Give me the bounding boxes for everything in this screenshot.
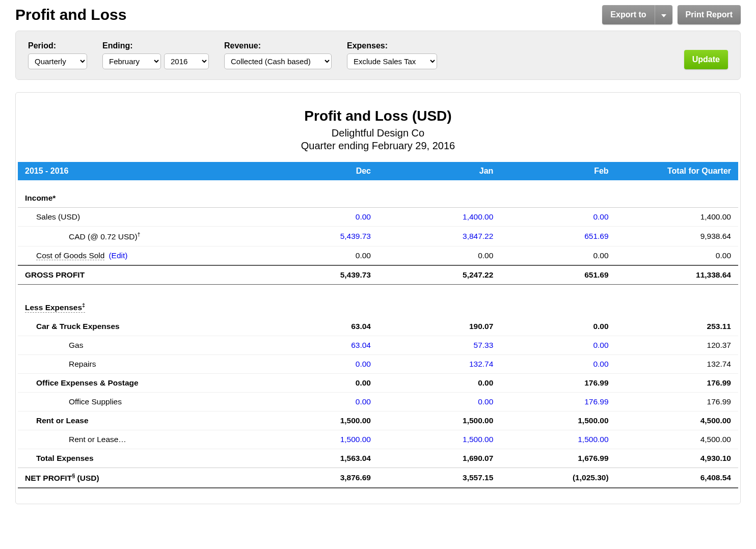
row-gas: Gas 63.04 57.33 0.00 120.37 bbox=[18, 336, 738, 355]
ending-month-select[interactable]: February bbox=[102, 53, 161, 69]
sales-usd-jan[interactable]: 1,400.00 bbox=[378, 208, 500, 227]
cogs-dec: 0.00 bbox=[263, 246, 378, 266]
gross-profit-total: 11,338.64 bbox=[616, 265, 738, 285]
ending-year-select[interactable]: 2016 bbox=[164, 53, 209, 69]
sales-usd-total: 1,400.00 bbox=[616, 208, 738, 227]
row-cogs: Cost of Goods Sold(Edit) 0.00 0.00 0.00 … bbox=[18, 246, 738, 266]
sales-cad-jan[interactable]: 3,847.22 bbox=[378, 227, 500, 246]
chevron-down-icon bbox=[661, 14, 666, 17]
row-sales-cad: CAD (@ 0.72 USD)† 5,439.73 3,847.22 651.… bbox=[18, 227, 738, 246]
col-m2: Jan bbox=[378, 162, 500, 180]
sales-usd-label: Sales (USD) bbox=[18, 208, 263, 227]
print-report-button[interactable]: Print Report bbox=[678, 5, 741, 24]
row-rent-sub: Rent or Lease… 1,500.00 1,500.00 1,500.0… bbox=[18, 430, 738, 449]
ending-label: Ending: bbox=[102, 41, 209, 50]
report-panel: Profit and Loss (USD) Delightful Design … bbox=[15, 92, 741, 504]
less-expenses-header: Less Expenses‡ bbox=[18, 285, 738, 318]
sales-cad-label: CAD (@ 0.72 USD)† bbox=[18, 227, 263, 246]
sales-cad-dec[interactable]: 5,439.73 bbox=[263, 227, 378, 246]
sales-usd-feb[interactable]: 0.00 bbox=[500, 208, 615, 227]
sales-usd-dec[interactable]: 0.00 bbox=[263, 208, 378, 227]
update-button[interactable]: Update bbox=[684, 50, 728, 69]
office-supplies-label: Office Supplies bbox=[18, 393, 263, 411]
sales-cad-feb[interactable]: 651.69 bbox=[500, 227, 615, 246]
row-net-profit: NET PROFIT§ (USD) 3,876.69 3,557.15 (1,0… bbox=[18, 468, 738, 488]
row-total-expenses: Total Expenses 1,563.04 1,690.07 1,676.9… bbox=[18, 449, 738, 468]
sales-cad-total: 9,938.64 bbox=[616, 227, 738, 246]
export-button[interactable]: Export to bbox=[602, 5, 672, 24]
row-repairs: Repairs 0.00 132.74 0.00 132.74 bbox=[18, 355, 738, 374]
export-dropdown-toggle[interactable] bbox=[655, 5, 672, 24]
col-m1: Dec bbox=[263, 162, 378, 180]
period-description: Quarter ending February 29, 2016 bbox=[16, 140, 740, 152]
total-expenses-label: Total Expenses bbox=[18, 449, 263, 468]
cogs-feb: 0.00 bbox=[500, 246, 615, 266]
car-truck-label: Car & Truck Expenses bbox=[18, 317, 263, 336]
cogs-jan: 0.00 bbox=[378, 246, 500, 266]
company-name: Delightful Design Co bbox=[16, 127, 740, 139]
revenue-select[interactable]: Collected (Cash based) bbox=[224, 53, 332, 69]
col-range: 2015 - 2016 bbox=[18, 162, 263, 180]
gross-profit-feb: 651.69 bbox=[500, 265, 615, 285]
filters-bar: Period: Quarterly Ending: February 2016 … bbox=[15, 31, 741, 80]
net-profit-label: NET PROFIT§ (USD) bbox=[18, 468, 263, 488]
cogs-total: 0.00 bbox=[616, 246, 738, 266]
rent-label: Rent or Lease bbox=[18, 411, 263, 430]
report-title: Profit and Loss (USD) bbox=[16, 108, 740, 124]
cogs-edit-link[interactable]: (Edit) bbox=[109, 251, 127, 260]
income-header: Income* bbox=[18, 180, 738, 208]
repairs-label: Repairs bbox=[18, 355, 263, 374]
page-title: Profit and Loss bbox=[15, 6, 126, 23]
period-label: Period: bbox=[28, 41, 87, 50]
revenue-label: Revenue: bbox=[224, 41, 332, 50]
row-sales-usd: Sales (USD) 0.00 1,400.00 0.00 1,400.00 bbox=[18, 208, 738, 227]
gas-label: Gas bbox=[18, 336, 263, 355]
row-office-supplies: Office Supplies 0.00 0.00 176.99 176.99 bbox=[18, 393, 738, 411]
col-m3: Feb bbox=[500, 162, 615, 180]
period-select[interactable]: Quarterly bbox=[28, 53, 87, 69]
gross-profit-dec: 5,439.73 bbox=[263, 265, 378, 285]
col-total: Total for Quarter bbox=[616, 162, 738, 180]
pl-table: 2015 - 2016 Dec Jan Feb Total for Quarte… bbox=[18, 162, 738, 488]
gross-profit-jan: 5,247.22 bbox=[378, 265, 500, 285]
cogs-label: Cost of Goods Sold(Edit) bbox=[18, 246, 263, 266]
row-car-truck: Car & Truck Expenses 63.04 190.07 0.00 2… bbox=[18, 317, 738, 336]
expenses-label: Expenses: bbox=[347, 41, 437, 50]
export-button-label: Export to bbox=[602, 5, 654, 24]
row-rent: Rent or Lease 1,500.00 1,500.00 1,500.00… bbox=[18, 411, 738, 430]
rent-sub-label: Rent or Lease… bbox=[18, 430, 263, 449]
row-office: Office Expenses & Postage 0.00 0.00 176.… bbox=[18, 374, 738, 393]
row-gross-profit: GROSS PROFIT 5,439.73 5,247.22 651.69 11… bbox=[18, 265, 738, 285]
gross-profit-label: GROSS PROFIT bbox=[18, 265, 263, 285]
expenses-select[interactable]: Exclude Sales Tax bbox=[347, 53, 437, 69]
office-label: Office Expenses & Postage bbox=[18, 374, 263, 393]
